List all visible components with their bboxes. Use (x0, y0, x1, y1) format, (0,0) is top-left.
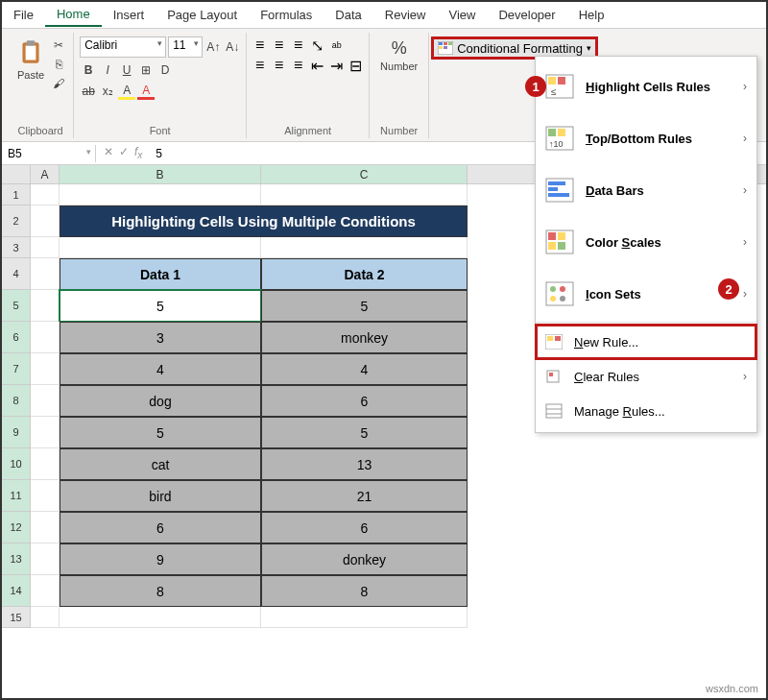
row-header[interactable]: 13 (2, 543, 31, 575)
rotate-text[interactable]: ⤡ (309, 36, 326, 54)
row-header[interactable]: 10 (2, 448, 31, 480)
double-underline-button[interactable]: D (156, 61, 174, 79)
cell-active[interactable]: 5 (60, 290, 261, 322)
tab-view[interactable]: View (437, 4, 487, 26)
svg-rect-11 (558, 77, 565, 84)
enter-formula-button[interactable]: ✓ (119, 145, 129, 160)
svg-point-27 (550, 286, 556, 292)
row-header[interactable]: 2 (2, 205, 31, 237)
name-box[interactable]: B5 (2, 145, 96, 162)
subscript-button[interactable]: x₂ (99, 83, 116, 100)
decrease-indent[interactable]: ⇤ (309, 57, 326, 74)
row-header[interactable]: 1 (2, 184, 31, 205)
format-painter-button[interactable]: 🖌 (50, 75, 67, 92)
select-all-corner[interactable] (2, 165, 31, 183)
cell[interactable]: 6 (60, 512, 261, 543)
increase-indent[interactable]: ⇥ (328, 57, 346, 74)
cell[interactable]: 21 (261, 480, 468, 512)
menu-color-scales[interactable]: Color Scales › (536, 216, 756, 268)
font-color-button[interactable]: A (137, 83, 155, 100)
svg-text:↑10: ↑10 (549, 139, 564, 149)
row-header[interactable]: 6 (2, 322, 31, 353)
cell[interactable]: 5 (261, 417, 468, 448)
cell[interactable]: monkey (261, 322, 468, 353)
cell[interactable]: 3 (60, 322, 261, 353)
bold-button[interactable]: B (80, 61, 97, 79)
col-header-b[interactable]: B (60, 165, 261, 183)
fx-button[interactable]: fx (134, 145, 142, 160)
align-left[interactable]: ≡ (252, 57, 269, 74)
row-header[interactable]: 7 (2, 353, 31, 385)
row-header[interactable]: 15 (2, 607, 31, 628)
menu-clear-rules[interactable]: Clear Rules › (536, 359, 756, 394)
cell[interactable]: 9 (60, 543, 261, 575)
menu-top-bottom-rules[interactable]: ↑10 Top/Bottom Rules › (536, 112, 756, 164)
copy-button[interactable]: ⎘ (50, 56, 67, 73)
tab-file[interactable]: File (2, 4, 45, 26)
tab-insert[interactable]: Insert (102, 4, 156, 26)
font-size-select[interactable]: 11 (168, 36, 203, 58)
cell[interactable]: 4 (261, 353, 468, 385)
align-right[interactable]: ≡ (290, 57, 307, 74)
italic-button[interactable]: I (99, 61, 116, 79)
row-header[interactable]: 11 (2, 480, 31, 512)
tab-formulas[interactable]: Formulas (249, 4, 324, 26)
align-bottom[interactable]: ≡ (290, 36, 307, 54)
tab-review[interactable]: Review (373, 4, 438, 26)
tab-page-layout[interactable]: Page Layout (156, 4, 249, 26)
cell[interactable]: 8 (261, 575, 468, 607)
cut-button[interactable]: ✂ (50, 36, 67, 54)
font-name-select[interactable]: Calibri (80, 36, 166, 58)
menu-label: Color Scales (586, 235, 732, 250)
cell[interactable]: cat (60, 448, 261, 480)
border-button[interactable]: ⊞ (137, 61, 155, 79)
row-header[interactable]: 3 (2, 237, 31, 258)
cancel-formula-button[interactable]: ✕ (104, 145, 113, 160)
cell[interactable]: dog (60, 385, 261, 417)
menu-manage-rules[interactable]: Manage Rules... (536, 394, 756, 428)
merge-center[interactable]: ⊟ (348, 57, 365, 74)
svg-text:≤: ≤ (551, 86, 557, 97)
col-header-a[interactable]: A (31, 165, 60, 183)
cell[interactable]: 6 (261, 385, 468, 417)
tab-developer[interactable]: Developer (487, 4, 566, 26)
cell[interactable]: donkey (261, 543, 468, 575)
tab-help[interactable]: Help (567, 4, 616, 26)
strike-button[interactable]: ab (80, 83, 97, 100)
cell[interactable]: 13 (261, 448, 468, 480)
align-top[interactable]: ≡ (252, 36, 269, 54)
paste-button[interactable]: Paste (13, 36, 48, 83)
increase-font-button[interactable]: A↑ (204, 38, 222, 56)
row-header[interactable]: 9 (2, 417, 31, 448)
underline-button[interactable]: U (118, 61, 135, 79)
menu-highlight-cells-rules[interactable]: ≤ Highlight Cells Rules › (536, 60, 756, 112)
row-header[interactable]: 8 (2, 385, 31, 417)
table-header[interactable]: Data 2 (261, 258, 468, 290)
cell[interactable]: bird (60, 480, 261, 512)
align-middle[interactable]: ≡ (271, 36, 288, 54)
top-bottom-icon: ↑10 (545, 126, 574, 151)
decrease-font-button[interactable]: A↓ (224, 38, 241, 56)
menu-data-bars[interactable]: Data Bars › (536, 164, 756, 216)
cell[interactable]: 5 (60, 417, 261, 448)
tab-home[interactable]: Home (45, 3, 102, 27)
wrap-text[interactable]: ab (328, 36, 346, 54)
menu-new-rule[interactable]: New Rule... (536, 325, 756, 359)
cell[interactable]: 4 (60, 353, 261, 385)
tab-data[interactable]: Data (324, 4, 372, 26)
table-header[interactable]: Data 1 (60, 258, 261, 290)
cell[interactable]: 5 (261, 290, 468, 322)
row-header[interactable]: 12 (2, 512, 31, 543)
group-clipboard: Paste ✂ ⎘ 🖌 Clipboard (8, 33, 74, 138)
cell[interactable]: 8 (60, 575, 261, 607)
fill-color-button[interactable]: A (118, 83, 135, 100)
row-header[interactable]: 14 (2, 575, 31, 607)
align-center[interactable]: ≡ (271, 57, 288, 74)
number-format-button[interactable]: % Number (376, 36, 421, 74)
cell[interactable]: 6 (261, 512, 468, 543)
row-header[interactable]: 4 (2, 258, 31, 290)
row-header[interactable]: 5 (2, 290, 31, 322)
col-header-c[interactable]: C (261, 165, 468, 183)
svg-rect-33 (555, 336, 561, 341)
title-cell[interactable]: Highlighting Cells Using Multiple Condit… (60, 205, 468, 237)
